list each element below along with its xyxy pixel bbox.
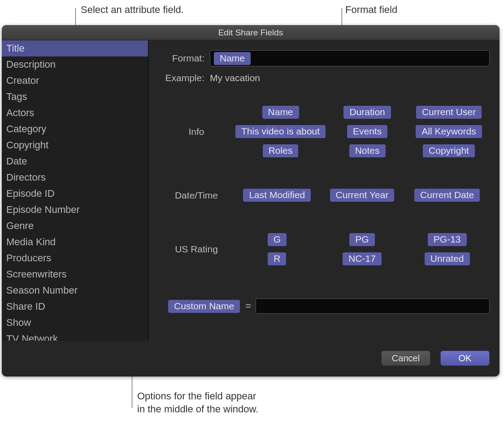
rating-section: US Rating GPGPG-13RNC-17Unrated bbox=[158, 232, 490, 266]
callout-options-l2: in the middle of the window. bbox=[137, 403, 258, 416]
tokens-token-current-date[interactable]: Current Date bbox=[414, 189, 480, 202]
tokens-token-pg-13[interactable]: PG-13 bbox=[428, 233, 467, 246]
sidebar-item-tv-network[interactable]: TV Network bbox=[2, 331, 148, 341]
tokens-token-name[interactable]: Name bbox=[262, 106, 299, 119]
sidebar-item-media-kind[interactable]: Media Kind bbox=[2, 234, 148, 250]
sidebar-item-season-number[interactable]: Season Number bbox=[2, 282, 148, 299]
sidebar-item-episode-id[interactable]: Episode ID bbox=[2, 186, 148, 202]
dialog-buttons: Cancel OK bbox=[381, 351, 490, 366]
window-body: TitleDescriptionCreatorTagsActorsCategor… bbox=[2, 40, 500, 377]
datetime-label: Date/Time bbox=[158, 190, 235, 201]
datetime-token-grid: Last ModifiedCurrent YearCurrent Date bbox=[235, 188, 490, 203]
info-section: Info NameDurationCurrent UserThis video … bbox=[158, 105, 490, 158]
rating-label: US Rating bbox=[158, 244, 235, 255]
sidebar-item-screenwriters[interactable]: Screenwriters bbox=[2, 266, 148, 282]
format-row: Format: Name bbox=[158, 50, 490, 66]
sidebar-item-actors[interactable]: Actors bbox=[2, 105, 148, 121]
sidebar-item-date[interactable]: Date bbox=[2, 153, 148, 169]
sidebar-item-title[interactable]: Title bbox=[2, 40, 148, 56]
info-token-grid: NameDurationCurrent UserThis video is ab… bbox=[235, 105, 490, 158]
tokens-token-nc-17[interactable]: NC-17 bbox=[343, 252, 382, 265]
tokens-token-roles[interactable]: Roles bbox=[263, 144, 299, 157]
example-label: Example: bbox=[158, 73, 210, 83]
example-row: Example: My vacation bbox=[158, 73, 490, 83]
custom-name-row: Custom Name = bbox=[158, 299, 490, 314]
sidebar-item-genre[interactable]: Genre bbox=[2, 218, 148, 234]
sidebar-item-show[interactable]: Show bbox=[2, 315, 148, 331]
edit-share-fields-window: Edit Share Fields TitleDescriptionCreato… bbox=[2, 25, 500, 377]
tokens-token-r[interactable]: R bbox=[268, 252, 286, 265]
example-value: My vacation bbox=[210, 73, 260, 83]
equals-sign: = bbox=[241, 300, 256, 312]
tokens-token-duration[interactable]: Duration bbox=[343, 106, 391, 119]
window-title: Edit Share Fields bbox=[2, 25, 500, 40]
sidebar-item-producers[interactable]: Producers bbox=[2, 250, 148, 266]
sidebar-item-episode-number[interactable]: Episode Number bbox=[2, 202, 148, 218]
tokens-token-this-video-is-about[interactable]: This video is about bbox=[235, 125, 326, 138]
callout-options-l1: Options for the field appear bbox=[137, 390, 258, 403]
tokens-token-last-modified[interactable]: Last Modified bbox=[243, 189, 311, 202]
info-label: Info bbox=[158, 126, 235, 137]
sidebar-item-tags[interactable]: Tags bbox=[2, 89, 148, 105]
tokens-token-notes[interactable]: Notes bbox=[349, 144, 386, 157]
callout-options: Options for the field appear in the midd… bbox=[137, 390, 258, 416]
custom-name-input[interactable] bbox=[256, 299, 490, 314]
tokens-token-current-user[interactable]: Current User bbox=[416, 106, 482, 119]
tokens-token-copyright[interactable]: Copyright bbox=[423, 144, 475, 157]
cancel-button[interactable]: Cancel bbox=[381, 351, 430, 366]
tokens-token-unrated[interactable]: Unrated bbox=[425, 252, 470, 265]
sidebar-item-category[interactable]: Category bbox=[2, 121, 148, 137]
sidebar-item-share-id[interactable]: Share ID bbox=[2, 299, 148, 315]
callout-format: Format field bbox=[345, 4, 397, 17]
format-field[interactable]: Name bbox=[210, 50, 490, 66]
tokens-token-all-keywords[interactable]: All Keywords bbox=[416, 125, 482, 138]
callout-attr: Select an attribute field. bbox=[81, 4, 184, 17]
main-panel: Format: Name Example: My vacation Info N… bbox=[148, 40, 500, 377]
sidebar-item-description[interactable]: Description bbox=[2, 56, 148, 73]
ok-button[interactable]: OK bbox=[440, 351, 490, 366]
custom-name-token[interactable]: Custom Name bbox=[168, 300, 240, 313]
datetime-section: Date/Time Last ModifiedCurrent YearCurre… bbox=[158, 188, 490, 203]
sidebar-item-creator[interactable]: Creator bbox=[2, 73, 148, 89]
tokens-token-current-year[interactable]: Current Year bbox=[330, 189, 395, 202]
tokens-token-g[interactable]: G bbox=[268, 233, 287, 246]
rating-token-grid: GPGPG-13RNC-17Unrated bbox=[235, 232, 490, 266]
tokens-token-pg[interactable]: PG bbox=[349, 233, 374, 246]
tokens-token-events[interactable]: Events bbox=[347, 125, 387, 138]
attribute-sidebar: TitleDescriptionCreatorTagsActorsCategor… bbox=[2, 40, 148, 341]
format-label: Format: bbox=[158, 53, 210, 64]
sidebar-item-directors[interactable]: Directors bbox=[2, 169, 148, 186]
sidebar-item-copyright[interactable]: Copyright bbox=[2, 137, 148, 153]
format-token-name[interactable]: Name bbox=[214, 52, 251, 65]
